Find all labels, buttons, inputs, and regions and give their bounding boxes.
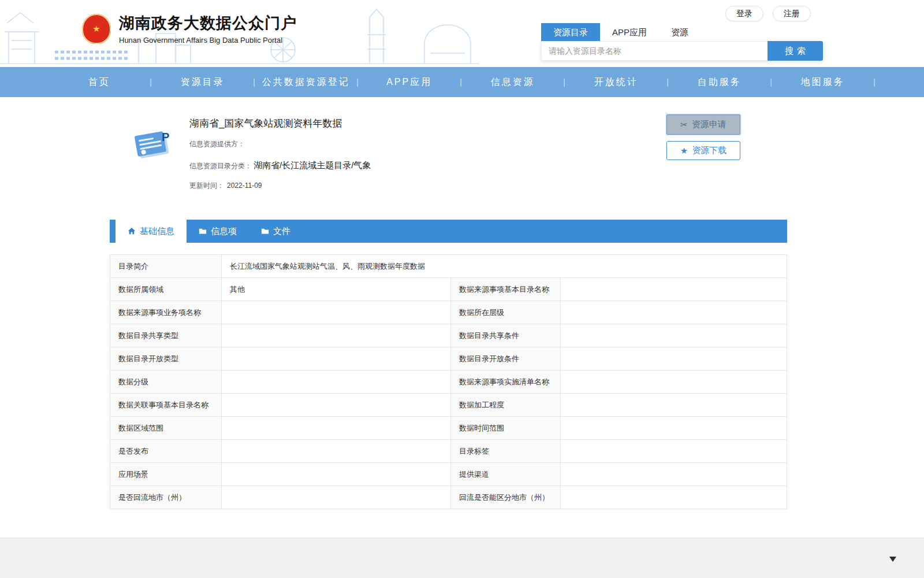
resource-head: P 湖南省_国家气象站观测资料年数据 信息资源提供方： 信息资源目录分类：湖南省… bbox=[110, 97, 787, 191]
page: ★ 湖南政务大数据公众门户 Hunan Government Affairs B… bbox=[0, 0, 924, 578]
field-value bbox=[222, 301, 451, 324]
search-row: 搜索 bbox=[541, 41, 823, 61]
folder-icon bbox=[261, 227, 269, 235]
content-tabbar: 基础信息信息项文件 bbox=[110, 220, 787, 243]
nav-item-app[interactable]: APP应用 bbox=[359, 76, 460, 88]
field-value bbox=[561, 417, 787, 440]
apply-button-label: 资源申请 bbox=[692, 119, 726, 130]
page-footer bbox=[0, 538, 924, 578]
portal-subtitle: Hunan Government Affairs Big Data Public… bbox=[119, 36, 297, 45]
field-value bbox=[561, 486, 787, 509]
field-label: 目录标签 bbox=[451, 440, 561, 463]
field-value bbox=[561, 278, 787, 301]
search-tabs: 资源目录APP应用资源 bbox=[541, 23, 823, 41]
provider-label: 信息资源提供方： bbox=[189, 140, 245, 148]
category-label: 信息资源目录分类： bbox=[189, 162, 252, 170]
field-label: 数据区域范围 bbox=[110, 417, 222, 440]
resource-type-icon: P bbox=[133, 127, 174, 164]
search-button[interactable]: 搜索 bbox=[767, 41, 823, 61]
search-tab-app[interactable]: APP应用 bbox=[600, 23, 659, 41]
field-label: 提供渠道 bbox=[451, 463, 561, 486]
scroll-down-arrow[interactable] bbox=[889, 557, 896, 562]
table-row: 是否回流地市（州）回流是否能区分地市（州） bbox=[110, 486, 787, 509]
nav-item-home[interactable]: 首页 bbox=[49, 76, 150, 88]
brand-text: 湖南政务大数据公众门户 Hunan Government Affairs Big… bbox=[119, 13, 297, 45]
field-value bbox=[222, 394, 451, 417]
tab-files[interactable]: 文件 bbox=[249, 220, 303, 243]
table-row: 数据区域范围数据时间范围 bbox=[110, 417, 787, 440]
field-value: 其他 bbox=[222, 278, 451, 301]
nav-item-map-service[interactable]: 地图服务 bbox=[772, 76, 873, 88]
search-input[interactable] bbox=[541, 41, 767, 61]
field-value bbox=[222, 417, 451, 440]
brand: ★ 湖南政务大数据公众门户 Hunan Government Affairs B… bbox=[82, 13, 297, 45]
field-value bbox=[222, 347, 451, 370]
field-label: 数据时间范围 bbox=[451, 417, 561, 440]
field-label: 数据来源事项基本目录名称 bbox=[451, 278, 561, 301]
national-emblem-icon: ★ bbox=[92, 24, 100, 33]
national-emblem-logo: ★ bbox=[82, 14, 111, 44]
tab-label: 文件 bbox=[273, 226, 290, 237]
table-row: 数据目录开放类型数据目录开放条件 bbox=[110, 347, 787, 370]
table-row: 数据分级数据来源事项实施清单名称 bbox=[110, 370, 787, 394]
table-row: 数据关联事项基本目录名称数据加工程度 bbox=[110, 394, 787, 417]
search-tab-resource-catalog[interactable]: 资源目录 bbox=[541, 23, 600, 41]
field-value bbox=[561, 394, 787, 417]
tab-info-items[interactable]: 信息项 bbox=[187, 220, 249, 243]
table-row: 是否发布目录标签 bbox=[110, 440, 787, 463]
field-label: 数据关联事项基本目录名称 bbox=[110, 394, 222, 417]
field-value bbox=[561, 463, 787, 486]
field-label: 数据来源事项业务项名称 bbox=[110, 301, 222, 324]
nav-item-self-service[interactable]: 自助服务 bbox=[669, 76, 770, 88]
main-nav: 首页|资源目录|公共数据资源登记|APP应用|信息资源|开放统计|自助服务|地图… bbox=[0, 67, 924, 97]
field-label: 是否发布 bbox=[110, 440, 222, 463]
tab-label: 信息项 bbox=[211, 226, 237, 237]
table-row: 应用场景提供渠道 bbox=[110, 463, 787, 486]
portal-title: 湖南政务大数据公众门户 bbox=[119, 13, 297, 34]
field-value bbox=[222, 486, 451, 509]
category-line: 信息资源目录分类：湖南省/长江流域主题目录/气象 bbox=[189, 160, 787, 171]
info-table: 目录简介长江流域国家气象站观测站气温、风、雨观测数据年度数据数据所属领域其他数据… bbox=[110, 254, 787, 509]
main-content: P 湖南省_国家气象站观测资料年数据 信息资源提供方： 信息资源目录分类：湖南省… bbox=[0, 97, 924, 509]
site-header: ★ 湖南政务大数据公众门户 Hunan Government Affairs B… bbox=[0, 0, 924, 67]
field-label: 目录简介 bbox=[110, 255, 222, 278]
nav-item-resource-catalog[interactable]: 资源目录 bbox=[152, 76, 253, 88]
register-button[interactable]: 注册 bbox=[773, 6, 811, 21]
scissors-icon: ✂ bbox=[680, 120, 688, 129]
tab-label: 基础信息 bbox=[140, 226, 174, 237]
field-value bbox=[222, 370, 451, 394]
field-label: 数据所属领域 bbox=[110, 278, 222, 301]
field-label: 数据目录开放条件 bbox=[451, 347, 561, 370]
star-icon: ★ bbox=[680, 146, 688, 155]
updated-label: 更新时间： bbox=[189, 181, 224, 190]
nav-item-public-data-registration[interactable]: 公共数据资源登记 bbox=[255, 76, 356, 88]
field-label: 数据分级 bbox=[110, 370, 222, 394]
nav-item-open-stats[interactable]: 开放统计 bbox=[565, 76, 666, 88]
download-button-label: 资源下载 bbox=[692, 145, 726, 156]
nav-item-info-resource[interactable]: 信息资源 bbox=[462, 76, 563, 88]
field-value: 长江流域国家气象站观测站气温、风、雨观测数据年度数据 bbox=[222, 255, 787, 278]
field-label: 应用场景 bbox=[110, 463, 222, 486]
action-buttons: ✂资源申请 ★资源下载 bbox=[666, 114, 740, 160]
updated-line: 更新时间：2022-11-09 bbox=[189, 181, 787, 191]
field-value bbox=[222, 324, 451, 347]
field-label: 数据目录共享条件 bbox=[451, 324, 561, 347]
field-label: 是否回流地市（州） bbox=[110, 486, 222, 509]
tab-basic-info[interactable]: 基础信息 bbox=[116, 220, 187, 243]
field-label: 数据加工程度 bbox=[451, 394, 561, 417]
resource-icon-letter: P bbox=[162, 131, 169, 143]
search-area: 资源目录APP应用资源 搜索 bbox=[541, 23, 823, 61]
field-value bbox=[561, 370, 787, 394]
field-value bbox=[561, 347, 787, 370]
table-row: 数据目录共享类型数据目录共享条件 bbox=[110, 324, 787, 347]
resource-apply-button[interactable]: ✂资源申请 bbox=[666, 114, 740, 135]
info-table-body: 目录简介长江流域国家气象站观测站气温、风、雨观测数据年度数据数据所属领域其他数据… bbox=[110, 255, 787, 509]
category-value: 湖南省/长江流域主题目录/气象 bbox=[254, 160, 371, 170]
auth-buttons: 登录 注册 bbox=[725, 6, 811, 21]
resource-download-button[interactable]: ★资源下载 bbox=[666, 141, 740, 160]
search-tab-resource[interactable]: 资源 bbox=[659, 23, 701, 41]
field-value bbox=[222, 440, 451, 463]
table-row: 目录简介长江流域国家气象站观测站气温、风、雨观测数据年度数据 bbox=[110, 255, 787, 278]
field-value bbox=[561, 440, 787, 463]
login-button[interactable]: 登录 bbox=[725, 6, 763, 21]
